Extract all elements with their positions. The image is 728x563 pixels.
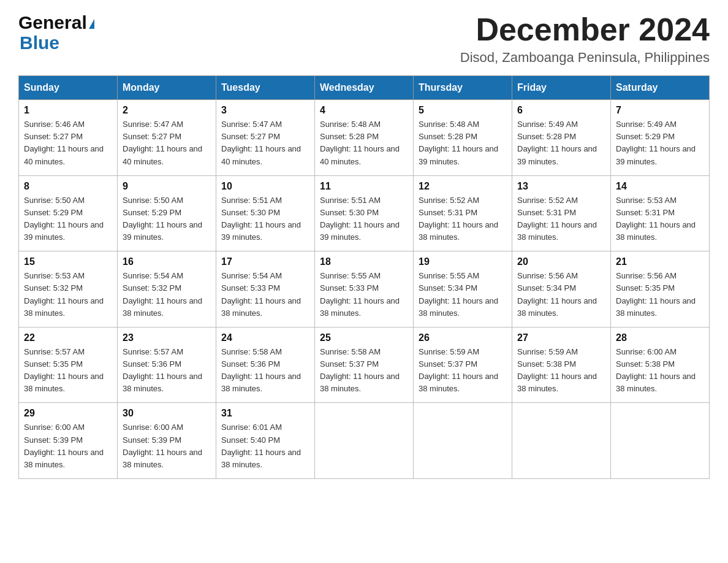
day-number: 30 [123,408,211,419]
day-number: 12 [419,181,507,192]
calendar-header-friday: Friday [512,76,611,100]
calendar-cell: 10 Sunrise: 5:51 AM Sunset: 5:30 PM Dayl… [216,175,315,251]
logo: General Blue [18,12,94,53]
day-info: Sunrise: 5:49 AM Sunset: 5:29 PM Dayligh… [616,118,704,168]
day-number: 18 [320,256,408,267]
day-number: 20 [517,256,605,267]
day-info: Sunrise: 5:55 AM Sunset: 5:34 PM Dayligh… [419,270,507,320]
day-number: 15 [24,256,112,267]
day-number: 21 [616,256,704,267]
day-number: 24 [221,332,309,343]
day-info: Sunrise: 5:51 AM Sunset: 5:30 PM Dayligh… [320,194,408,244]
calendar-cell: 5 Sunrise: 5:48 AM Sunset: 5:28 PM Dayli… [414,100,512,176]
day-info: Sunrise: 5:46 AM Sunset: 5:27 PM Dayligh… [24,118,112,168]
day-number: 1 [24,105,112,116]
day-info: Sunrise: 5:55 AM Sunset: 5:33 PM Dayligh… [320,270,408,320]
calendar-header-monday: Monday [118,76,216,100]
calendar-cell: 14 Sunrise: 5:53 AM Sunset: 5:31 PM Dayl… [611,175,710,251]
day-number: 27 [517,332,605,343]
calendar-cell: 25 Sunrise: 5:58 AM Sunset: 5:37 PM Dayl… [315,327,414,403]
day-number: 23 [123,332,211,343]
day-info: Sunrise: 5:59 AM Sunset: 5:37 PM Dayligh… [419,346,507,396]
calendar-cell [414,403,512,479]
day-info: Sunrise: 5:52 AM Sunset: 5:31 PM Dayligh… [419,194,507,244]
day-number: 9 [123,181,211,192]
calendar-cell: 31 Sunrise: 6:01 AM Sunset: 5:40 PM Dayl… [216,403,315,479]
calendar-cell: 11 Sunrise: 5:51 AM Sunset: 5:30 PM Dayl… [315,175,414,251]
calendar-cell: 9 Sunrise: 5:50 AM Sunset: 5:29 PM Dayli… [118,175,216,251]
day-info: Sunrise: 5:48 AM Sunset: 5:28 PM Dayligh… [320,118,408,168]
day-number: 14 [616,181,704,192]
day-number: 17 [221,256,309,267]
day-number: 3 [221,105,309,116]
calendar-week-3: 15 Sunrise: 5:53 AM Sunset: 5:32 PM Dayl… [19,251,710,327]
calendar-week-2: 8 Sunrise: 5:50 AM Sunset: 5:29 PM Dayli… [19,175,710,251]
calendar-cell: 15 Sunrise: 5:53 AM Sunset: 5:32 PM Dayl… [19,251,118,327]
calendar-header-wednesday: Wednesday [315,76,414,100]
day-info: Sunrise: 5:54 AM Sunset: 5:32 PM Dayligh… [123,270,211,320]
calendar-cell: 20 Sunrise: 5:56 AM Sunset: 5:34 PM Dayl… [512,251,611,327]
calendar-cell: 7 Sunrise: 5:49 AM Sunset: 5:29 PM Dayli… [611,100,710,176]
calendar-cell: 2 Sunrise: 5:47 AM Sunset: 5:27 PM Dayli… [118,100,216,176]
day-info: Sunrise: 5:59 AM Sunset: 5:38 PM Dayligh… [517,346,605,396]
calendar-week-1: 1 Sunrise: 5:46 AM Sunset: 5:27 PM Dayli… [19,100,710,176]
day-number: 22 [24,332,112,343]
calendar-cell [611,403,710,479]
day-info: Sunrise: 6:01 AM Sunset: 5:40 PM Dayligh… [221,421,309,471]
calendar-cell: 24 Sunrise: 5:58 AM Sunset: 5:36 PM Dayl… [216,327,315,403]
calendar-table: SundayMondayTuesdayWednesdayThursdayFrid… [18,75,710,479]
day-info: Sunrise: 5:49 AM Sunset: 5:28 PM Dayligh… [517,118,605,168]
day-info: Sunrise: 5:51 AM Sunset: 5:30 PM Dayligh… [221,194,309,244]
calendar-cell: 18 Sunrise: 5:55 AM Sunset: 5:33 PM Dayl… [315,251,414,327]
day-info: Sunrise: 5:58 AM Sunset: 5:36 PM Dayligh… [221,346,309,396]
calendar-cell [512,403,611,479]
calendar-week-4: 22 Sunrise: 5:57 AM Sunset: 5:35 PM Dayl… [19,327,710,403]
calendar-header-thursday: Thursday [414,76,512,100]
calendar-cell [315,403,414,479]
calendar-cell: 6 Sunrise: 5:49 AM Sunset: 5:28 PM Dayli… [512,100,611,176]
day-info: Sunrise: 5:50 AM Sunset: 5:29 PM Dayligh… [123,194,211,244]
day-number: 29 [24,408,112,419]
day-info: Sunrise: 5:56 AM Sunset: 5:35 PM Dayligh… [616,270,704,320]
calendar-cell: 27 Sunrise: 5:59 AM Sunset: 5:38 PM Dayl… [512,327,611,403]
day-number: 19 [419,256,507,267]
logo-general: General [18,12,94,33]
day-number: 26 [419,332,507,343]
page-header: General Blue December 2024 Disod, Zamboa… [18,12,710,66]
day-number: 8 [24,181,112,192]
calendar-cell: 21 Sunrise: 5:56 AM Sunset: 5:35 PM Dayl… [611,251,710,327]
day-info: Sunrise: 6:00 AM Sunset: 5:38 PM Dayligh… [616,346,704,396]
day-info: Sunrise: 5:47 AM Sunset: 5:27 PM Dayligh… [221,118,309,168]
day-number: 2 [123,105,211,116]
day-number: 16 [123,256,211,267]
calendar-week-5: 29 Sunrise: 6:00 AM Sunset: 5:39 PM Dayl… [19,403,710,479]
day-info: Sunrise: 5:53 AM Sunset: 5:32 PM Dayligh… [24,270,112,320]
day-info: Sunrise: 5:48 AM Sunset: 5:28 PM Dayligh… [419,118,507,168]
day-number: 5 [419,105,507,116]
calendar-cell: 28 Sunrise: 6:00 AM Sunset: 5:38 PM Dayl… [611,327,710,403]
calendar-cell: 1 Sunrise: 5:46 AM Sunset: 5:27 PM Dayli… [19,100,118,176]
day-number: 31 [221,408,309,419]
calendar-cell: 3 Sunrise: 5:47 AM Sunset: 5:27 PM Dayli… [216,100,315,176]
main-title: December 2024 [460,12,710,47]
calendar-cell: 26 Sunrise: 5:59 AM Sunset: 5:37 PM Dayl… [414,327,512,403]
day-info: Sunrise: 5:58 AM Sunset: 5:37 PM Dayligh… [320,346,408,396]
calendar-cell: 29 Sunrise: 6:00 AM Sunset: 5:39 PM Dayl… [19,403,118,479]
calendar-cell: 4 Sunrise: 5:48 AM Sunset: 5:28 PM Dayli… [315,100,414,176]
day-info: Sunrise: 5:50 AM Sunset: 5:29 PM Dayligh… [24,194,112,244]
day-number: 6 [517,105,605,116]
day-info: Sunrise: 5:52 AM Sunset: 5:31 PM Dayligh… [517,194,605,244]
day-number: 7 [616,105,704,116]
calendar-header-sunday: Sunday [19,76,118,100]
day-info: Sunrise: 6:00 AM Sunset: 5:39 PM Dayligh… [123,421,211,471]
day-number: 25 [320,332,408,343]
calendar-header-tuesday: Tuesday [216,76,315,100]
calendar-cell: 22 Sunrise: 5:57 AM Sunset: 5:35 PM Dayl… [19,327,118,403]
day-info: Sunrise: 5:56 AM Sunset: 5:34 PM Dayligh… [517,270,605,320]
calendar-header-saturday: Saturday [611,76,710,100]
calendar-cell: 8 Sunrise: 5:50 AM Sunset: 5:29 PM Dayli… [19,175,118,251]
day-number: 13 [517,181,605,192]
day-info: Sunrise: 5:47 AM Sunset: 5:27 PM Dayligh… [123,118,211,168]
day-info: Sunrise: 6:00 AM Sunset: 5:39 PM Dayligh… [24,421,112,471]
day-info: Sunrise: 5:53 AM Sunset: 5:31 PM Dayligh… [616,194,704,244]
